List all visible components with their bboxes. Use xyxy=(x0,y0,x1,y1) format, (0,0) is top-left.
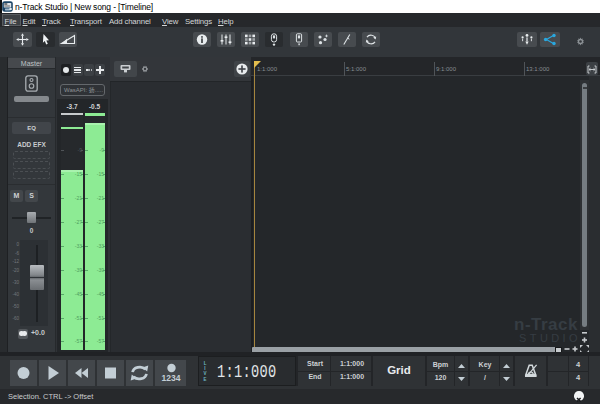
svg-text:1234: 1234 xyxy=(162,373,181,383)
